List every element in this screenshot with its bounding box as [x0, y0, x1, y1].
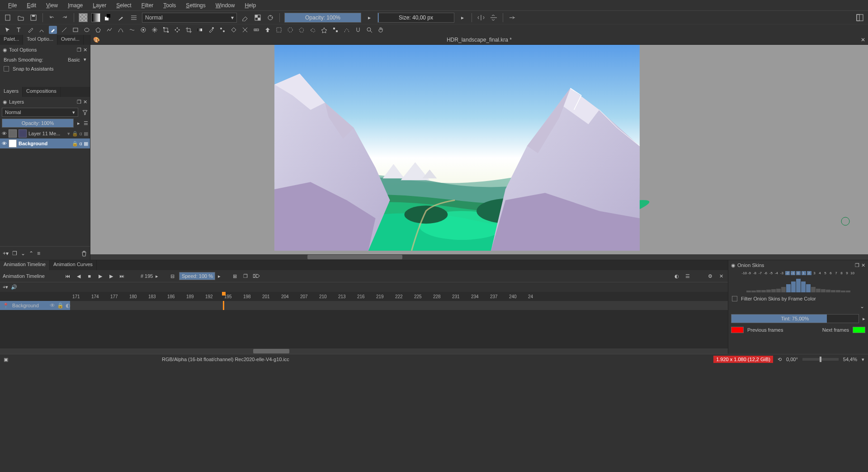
onion-opacity-bar[interactable] [841, 291, 845, 292]
opacity-slider[interactable]: Opacity: 100% [284, 13, 361, 23]
skip-end-icon[interactable]: ⏭ [118, 272, 126, 280]
next-frame-icon[interactable]: ▶ [107, 272, 115, 280]
onion-frame-num[interactable]: -8 [753, 271, 757, 275]
opacity-stepper-icon[interactable]: ▸ [365, 13, 374, 22]
onion-opacity-bar[interactable] [801, 281, 806, 292]
color-swap-icon[interactable] [104, 13, 113, 22]
add-track-icon[interactable]: +▾ [3, 284, 8, 290]
onion-opacity-bar[interactable] [761, 290, 766, 292]
float-panel-icon[interactable]: ❐ [77, 99, 81, 105]
add-frame-icon[interactable]: ⊞ [231, 272, 239, 280]
tab-tool-options[interactable]: Tool Optio... [23, 35, 57, 45]
assistant-tool-icon[interactable] [241, 26, 249, 34]
timeline-scrollbar[interactable] [0, 348, 728, 354]
stepper-icon[interactable]: ▸ [863, 316, 865, 322]
onion-opacity-bar[interactable] [791, 281, 796, 292]
pattern-swatch[interactable] [79, 13, 88, 22]
settings-icon[interactable]: ⚙ [706, 272, 714, 280]
snap-assistants-row[interactable]: Snap to Assistants [0, 64, 90, 73]
tab-animation-curves[interactable]: Animation Curves [50, 260, 97, 270]
tab-palette[interactable]: Palet... [0, 35, 23, 45]
prev-color-swatch[interactable] [731, 327, 744, 333]
text-tool-icon[interactable]: T [15, 26, 23, 34]
onion-frame-num[interactable]: -6 [764, 271, 768, 275]
smart-fill-tool-icon[interactable] [230, 26, 238, 34]
freehand-select-tool-icon[interactable] [309, 26, 317, 34]
menu-select[interactable]: Select [112, 1, 136, 10]
mirror-v-icon[interactable] [489, 13, 498, 22]
brush-settings-icon[interactable] [129, 13, 138, 22]
pan-tool-icon[interactable] [377, 26, 385, 34]
tab-layers[interactable]: Layers [0, 87, 23, 97]
pattern-edit-tool-icon[interactable] [218, 26, 226, 34]
save-file-icon[interactable] [29, 13, 38, 22]
playhead-handle-icon[interactable] [222, 292, 226, 296]
onion-opacity-bar[interactable] [836, 290, 840, 292]
rotation-reset-icon[interactable]: ⟲ [778, 357, 782, 362]
measure-tool-icon[interactable] [252, 26, 260, 34]
menu-window[interactable]: Window [211, 1, 240, 10]
layer-item[interactable]: 👁 Layer 11 Me... ▾ 🔒 α ▦ [0, 129, 90, 138]
rotation-value[interactable]: 0,00° [786, 357, 798, 362]
eraser-icon[interactable] [241, 13, 250, 22]
move-layer-tool-icon[interactable] [173, 26, 181, 34]
chevron-down-icon[interactable]: ⌄ [860, 303, 864, 312]
move-up-icon[interactable]: ⌃ [29, 250, 33, 257]
close-document-icon[interactable]: ✕ [861, 37, 865, 43]
onion-opacity-bar[interactable] [806, 284, 811, 292]
onion-layer-icon[interactable]: ◐ [66, 302, 70, 309]
onion-opacity-bar[interactable] [831, 290, 835, 292]
calligraphy-tool-icon[interactable] [38, 26, 46, 34]
layer-props-icon[interactable]: 🔒 α ▦ [72, 141, 88, 147]
similar-select-tool-icon[interactable] [331, 26, 340, 34]
play-icon[interactable]: ▶ [96, 272, 104, 280]
lock-icon[interactable]: 🔒 [57, 302, 64, 309]
menu-file[interactable]: File [4, 1, 21, 10]
size-stepper-icon[interactable]: ▸ [458, 13, 467, 22]
zoom-chevron-icon[interactable]: ▾ [862, 357, 864, 362]
close-panel-icon[interactable]: ✕ [83, 47, 87, 53]
onion-frame-num[interactable]: 0 [796, 271, 801, 275]
move-tool-icon[interactable] [4, 26, 12, 34]
frame-ruler[interactable]: 1711741771801831861891921951982012042072… [0, 292, 728, 301]
delete-frame-icon[interactable]: ⌦ [252, 272, 260, 280]
tab-overview[interactable]: Overvi... [57, 35, 84, 45]
polygon-tool-icon[interactable] [94, 26, 102, 34]
gradient-tool-icon[interactable] [196, 26, 204, 34]
stepper-icon[interactable]: ▸ [218, 273, 221, 279]
onion-frame-num[interactable]: 4 [818, 271, 822, 275]
onion-opacity-bar[interactable] [781, 287, 786, 292]
brush-smoothing-select[interactable]: Basic [68, 57, 80, 62]
canvas-viewport[interactable] [90, 45, 868, 254]
menu-edit[interactable]: Edit [22, 1, 41, 10]
zoom-slider[interactable] [802, 358, 839, 361]
edit-shapes-tool-icon[interactable] [26, 26, 34, 34]
close-icon[interactable]: ✕ [717, 272, 725, 280]
onion-opacity-bar[interactable] [766, 290, 771, 292]
duplicate-frame-icon[interactable]: ❐ [241, 272, 250, 280]
pin-icon[interactable]: 📍 [3, 303, 9, 308]
mirror-h-icon[interactable] [476, 13, 486, 22]
drop-frames-icon[interactable]: ⊟ [168, 272, 176, 280]
new-file-icon[interactable] [4, 13, 13, 22]
brush-size-slider[interactable]: Size: 40,00 px [377, 13, 454, 23]
transform-tool-icon[interactable] [162, 26, 170, 34]
ellipse-tool-icon[interactable] [83, 26, 91, 34]
speed-slider[interactable]: Speed: 100 % [179, 272, 215, 280]
onion-frame-num[interactable]: -4 [774, 271, 779, 275]
menu-tools[interactable]: Tools [159, 1, 180, 10]
visibility-icon[interactable]: 👁 [50, 302, 55, 309]
tab-animation-timeline[interactable]: Animation Timeline [0, 260, 50, 270]
wrap-around-icon[interactable] [508, 13, 517, 22]
layer-blend-select[interactable]: Normal ▾ [2, 108, 78, 117]
menu-view[interactable]: View [42, 1, 62, 10]
rect-select-tool-icon[interactable] [275, 26, 283, 34]
onion-frame-num[interactable]: -2 [785, 271, 790, 275]
layer-item[interactable]: 👁 Background 🔒 α ▦ [0, 138, 90, 148]
reference-tool-icon[interactable] [264, 26, 272, 34]
horizontal-scrollbar[interactable] [90, 254, 868, 260]
onion-opacity-bar[interactable] [826, 290, 830, 292]
menu-layer[interactable]: Layer [88, 1, 111, 10]
timeline-track[interactable] [70, 301, 728, 310]
onion-opacity-bar[interactable] [746, 291, 751, 292]
